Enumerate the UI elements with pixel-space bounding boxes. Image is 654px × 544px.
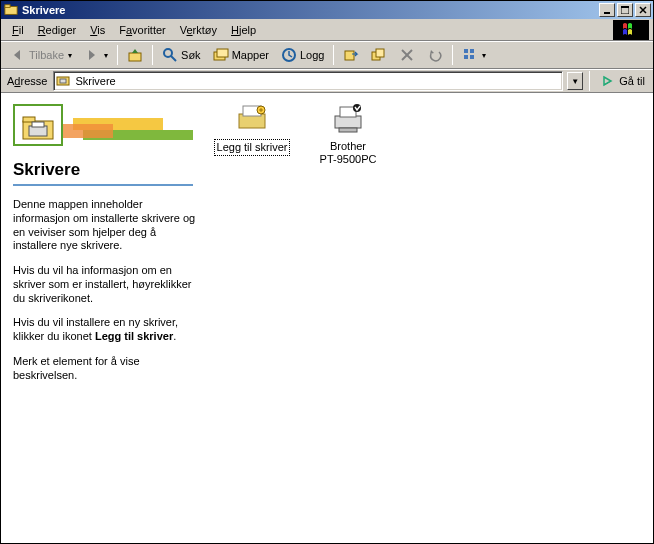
- window-title: Skrivere: [22, 4, 597, 16]
- printer-brother-item[interactable]: BrotherPT-9500PC: [309, 102, 387, 166]
- menu-bar: Fil Rediger Vis Favoritter Verktøy Hjelp: [1, 19, 653, 41]
- delete-icon: [399, 47, 415, 63]
- printers-folder-icon: [3, 2, 19, 18]
- separator: [452, 45, 453, 65]
- menu-rediger[interactable]: Rediger: [31, 22, 84, 38]
- moveto-icon: [343, 47, 359, 63]
- menu-favoritter[interactable]: Favoritter: [112, 22, 172, 38]
- menu-verktoy[interactable]: Verktøy: [173, 22, 224, 38]
- svg-rect-20: [464, 55, 468, 59]
- svg-rect-23: [60, 79, 66, 83]
- add-printer-icon: [235, 102, 269, 136]
- address-dropdown-button[interactable]: ▼: [567, 72, 583, 90]
- svg-rect-33: [339, 128, 357, 132]
- address-label: Adresse: [5, 75, 49, 87]
- folders-label: Mapper: [232, 49, 269, 61]
- forward-arrow-icon: [84, 47, 100, 63]
- undo-icon: [427, 47, 443, 63]
- windows-logo-icon: [613, 20, 649, 40]
- window-buttons: [597, 3, 651, 17]
- back-label: Tilbake: [29, 49, 64, 61]
- search-button[interactable]: Søk: [157, 44, 206, 66]
- search-label: Søk: [181, 49, 201, 61]
- divider: [13, 184, 193, 186]
- svg-rect-1: [5, 5, 10, 8]
- info-para-2: Hvis du vil ha informasjon om en skriver…: [13, 264, 197, 305]
- search-icon: [162, 47, 178, 63]
- delete-button[interactable]: [394, 44, 420, 66]
- chevron-down-icon: ▼: [571, 77, 579, 86]
- chevron-down-icon: ▾: [68, 51, 72, 60]
- address-value: Skrivere: [75, 75, 115, 87]
- menu-hjelp[interactable]: Hjelp: [224, 22, 263, 38]
- history-label: Logg: [300, 49, 324, 61]
- separator: [589, 71, 590, 91]
- minimize-button[interactable]: [599, 3, 615, 17]
- menu-fil[interactable]: Fil: [5, 22, 31, 38]
- up-button[interactable]: [122, 44, 148, 66]
- moveto-button[interactable]: [338, 44, 364, 66]
- separator: [152, 45, 153, 65]
- folders-button[interactable]: Mapper: [208, 44, 274, 66]
- svg-rect-13: [345, 51, 354, 60]
- chevron-down-icon: ▾: [104, 51, 108, 60]
- printer-label: BrotherPT-9500PC: [309, 139, 387, 166]
- svg-rect-25: [23, 117, 35, 122]
- svg-rect-27: [32, 122, 44, 127]
- pane-title: Skrivere: [13, 160, 197, 180]
- undo-button[interactable]: [422, 44, 448, 66]
- svg-rect-7: [129, 53, 141, 61]
- svg-rect-18: [464, 49, 468, 53]
- svg-line-9: [171, 56, 176, 61]
- printer-icon: [331, 102, 365, 136]
- views-icon: [462, 47, 478, 63]
- address-combo[interactable]: Skrivere: [53, 71, 563, 91]
- info-para-1: Denne mappen inneholder informasjon om i…: [13, 198, 197, 253]
- chevron-down-icon: ▾: [482, 51, 486, 60]
- toolbar: Tilbake ▾ ▾ Søk Mapper Logg ▾: [1, 41, 653, 69]
- svg-rect-11: [217, 49, 228, 57]
- printers-folder-icon: [56, 73, 72, 89]
- svg-rect-31: [335, 116, 361, 128]
- folder-banner-graphic: [13, 104, 193, 154]
- add-printer-label: Legg til skriver: [214, 139, 291, 156]
- folders-icon: [213, 47, 229, 63]
- svg-rect-19: [470, 49, 474, 53]
- back-button[interactable]: Tilbake ▾: [5, 44, 77, 66]
- separator: [333, 45, 334, 65]
- history-icon: [281, 47, 297, 63]
- icon-view[interactable]: Legg til skriver BrotherPT-9500PC: [209, 94, 653, 544]
- views-button[interactable]: ▾: [457, 44, 491, 66]
- title-bar: Skrivere: [1, 1, 653, 19]
- svg-rect-21: [470, 55, 474, 59]
- go-icon: [600, 73, 616, 89]
- folder-up-icon: [127, 47, 143, 63]
- svg-rect-4: [621, 6, 629, 8]
- add-printer-item[interactable]: Legg til skriver: [213, 102, 291, 156]
- copyto-icon: [371, 47, 387, 63]
- svg-rect-15: [376, 49, 384, 57]
- go-label: Gå til: [619, 75, 645, 87]
- info-para-3: Hvis du vil installere en ny skriver, kl…: [13, 316, 197, 344]
- maximize-button[interactable]: [617, 3, 633, 17]
- info-para-4: Merk et element for å vise beskrivelsen.: [13, 355, 197, 383]
- forward-button[interactable]: ▾: [79, 44, 113, 66]
- back-arrow-icon: [10, 47, 26, 63]
- svg-rect-2: [604, 12, 610, 14]
- close-button[interactable]: [635, 3, 651, 17]
- copyto-button[interactable]: [366, 44, 392, 66]
- history-button[interactable]: Logg: [276, 44, 329, 66]
- svg-point-8: [164, 49, 172, 57]
- address-bar: Adresse Skrivere ▼ Gå til: [1, 69, 653, 93]
- content-area: Skrivere Denne mappen inneholder informa…: [1, 93, 653, 544]
- info-pane: Skrivere Denne mappen inneholder informa…: [1, 94, 209, 544]
- go-button[interactable]: Gå til: [596, 73, 649, 89]
- separator: [117, 45, 118, 65]
- menu-vis[interactable]: Vis: [83, 22, 112, 38]
